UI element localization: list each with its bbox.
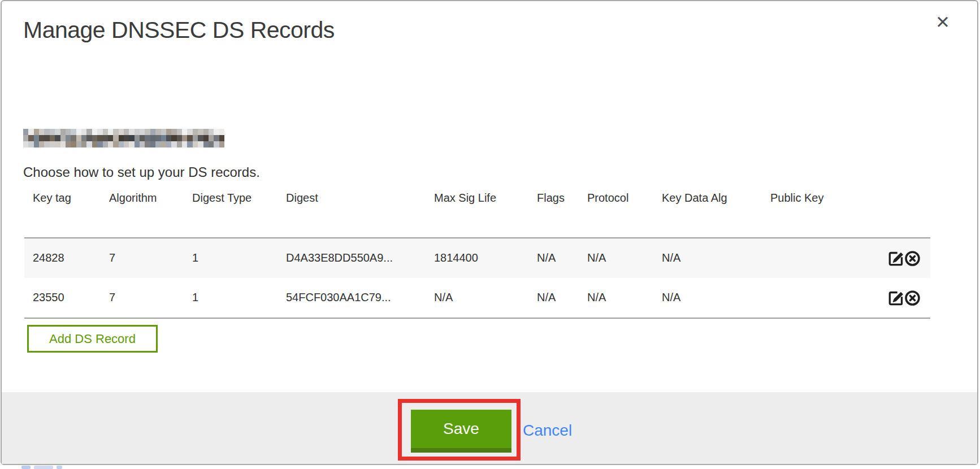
redacted-pixel (219, 135, 224, 141)
table-header-row: Key tag Algorithm Digest Type Digest Max… (24, 192, 930, 207)
redacted-pixel (34, 141, 39, 147)
column-header-algorithm: Algorithm (109, 192, 189, 205)
cell-max-sig-life: N/A (434, 291, 533, 304)
redacted-pixel (219, 141, 224, 147)
cell-digest: D4A33E8DD550A9... (286, 251, 430, 264)
redacted-pixel (23, 135, 28, 141)
redacted-pixel (119, 141, 124, 147)
redacted-pixel (193, 141, 198, 147)
page: Manage DNSSEC DS Records ✕ Choose how to… (0, 0, 980, 469)
redacted-pixel (124, 141, 129, 147)
redacted-pixel (113, 141, 118, 147)
redacted-pixel (135, 135, 140, 141)
redacted-pixel (150, 129, 155, 135)
redacted-pixel (113, 135, 118, 141)
redacted-pixel (119, 135, 124, 141)
row-actions (888, 289, 929, 306)
redacted-pixel (92, 135, 97, 141)
cell-key-data-alg: N/A (662, 291, 766, 304)
redacted-pixel (81, 141, 86, 147)
cell-max-sig-life: 1814400 (434, 251, 533, 264)
redacted-pixel (150, 135, 155, 141)
delete-record-icon[interactable] (904, 250, 921, 267)
column-header-public-key: Public Key (770, 192, 883, 205)
close-icon[interactable]: ✕ (935, 14, 950, 31)
redacted-pixel (124, 135, 129, 141)
redacted-pixel (34, 129, 39, 135)
delete-record-icon[interactable] (904, 290, 921, 306)
redacted-pixel (129, 135, 134, 141)
redacted-pixel (166, 135, 171, 141)
background-content-peek (21, 466, 31, 469)
table-row: 24828 7 1 D4A33E8DD550A9... 1814400 N/A … (24, 238, 930, 278)
redacted-pixel (71, 135, 76, 141)
redacted-pixel (177, 141, 182, 147)
table-row: 23550 7 1 54FCF030AA1C79... N/A N/A N/A … (24, 278, 930, 318)
background-content-peek (34, 466, 53, 469)
redacted-pixel (171, 129, 176, 135)
redacted-pixel (171, 135, 176, 141)
cell-key-data-alg: N/A (662, 251, 766, 264)
cell-flags: N/A (537, 251, 584, 264)
redacted-pixel (145, 129, 150, 135)
redacted-pixel (203, 135, 209, 141)
redacted-pixel (39, 141, 44, 147)
redacted-pixel (187, 135, 192, 141)
redacted-pixel (28, 135, 33, 141)
redacted-pixel (97, 141, 102, 147)
cell-algorithm: 7 (109, 251, 189, 264)
redacted-pixel (28, 129, 33, 135)
redacted-pixel (140, 129, 145, 135)
redacted-pixel (187, 129, 192, 135)
redacted-pixel (66, 135, 71, 141)
redacted-pixel (113, 129, 118, 135)
redacted-pixel (182, 135, 187, 141)
redacted-pixel (97, 135, 102, 141)
redacted-pixel (55, 135, 60, 141)
redacted-pixel (198, 129, 203, 135)
save-button[interactable]: Save (411, 410, 511, 453)
redacted-pixel (23, 141, 28, 147)
add-ds-record-button[interactable]: Add DS Record (27, 325, 158, 353)
redacted-pixel (161, 141, 166, 147)
redacted-pixel (60, 135, 66, 141)
cell-key-tag: 24828 (33, 251, 106, 264)
redacted-pixel (66, 129, 71, 135)
redacted-pixel (140, 141, 145, 147)
redacted-pixel (124, 129, 129, 135)
redacted-pixel (92, 129, 97, 135)
redacted-pixel (161, 135, 166, 141)
column-header-key-data-alg: Key Data Alg (662, 192, 766, 205)
redacted-pixel (198, 135, 203, 141)
redacted-pixel (76, 129, 81, 135)
redacted-pixel (97, 129, 102, 135)
redacted-pixel (66, 141, 71, 147)
redacted-pixel (39, 129, 44, 135)
cancel-link[interactable]: Cancel (523, 422, 572, 440)
cell-protocol: N/A (587, 291, 660, 304)
redacted-pixel (44, 129, 49, 135)
redacted-pixel (81, 135, 86, 141)
redacted-pixel (203, 141, 209, 147)
redacted-pixel (193, 129, 198, 135)
edit-record-icon[interactable] (888, 290, 904, 306)
cell-flags: N/A (537, 291, 584, 304)
redacted-pixel (145, 135, 150, 141)
redacted-pixel (209, 129, 214, 135)
redacted-pixel (103, 141, 108, 147)
redacted-pixel (81, 129, 86, 135)
redacted-pixel (155, 129, 161, 135)
instruction-text: Choose how to set up your DS records. (23, 164, 260, 180)
cell-digest-type: 1 (192, 251, 283, 264)
column-header-protocol: Protocol (587, 192, 660, 205)
redacted-pixel (108, 135, 113, 141)
redacted-pixel (55, 129, 60, 135)
redacted-domain-name (23, 129, 224, 147)
redacted-pixel (177, 135, 182, 141)
redacted-pixel (119, 129, 124, 135)
edit-record-icon[interactable] (888, 250, 904, 267)
cell-digest-type: 1 (192, 291, 283, 304)
cell-digest: 54FCF030AA1C79... (286, 291, 430, 304)
row-actions (888, 250, 929, 267)
redacted-pixel (23, 129, 28, 135)
